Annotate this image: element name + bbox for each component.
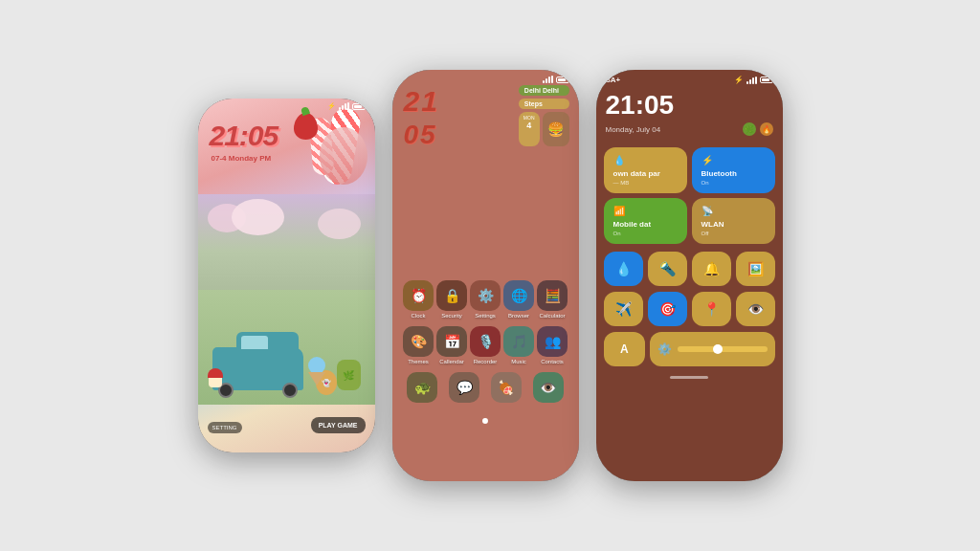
character-green: 🌿 (337, 360, 361, 390)
data-label: own data par (613, 169, 678, 178)
phone1-date: 07-4 Monday PM (212, 154, 272, 163)
brightness-slider[interactable]: ⚙️ (650, 332, 775, 366)
bluetooth-icon: ⚡ (702, 155, 766, 165)
wlan-sub: Off (702, 231, 766, 236)
signal-bars (339, 102, 349, 110)
app-row-2: 🎨 Themes 📅 Callendar 🎙️ Recorder 🎵 (402, 326, 569, 364)
settings-icon: ⚙️ (470, 280, 501, 311)
settings-corner[interactable]: SETTING (208, 422, 242, 433)
phone2-time-hour: 21 (404, 85, 439, 118)
app-clock[interactable]: ⏰ Clock (403, 280, 434, 319)
phone-3: SA+ ⚡ 21:05 (596, 70, 783, 481)
calendar-icon: 📅 (436, 326, 467, 357)
date-icon-1: 🌿 (743, 122, 756, 136)
app-music[interactable]: 🎵 Music (503, 326, 534, 364)
strawberry-decoration (294, 113, 318, 140)
signal-bars-3 (746, 77, 757, 84)
signal-bar-1 (339, 107, 341, 110)
app-grid: ⏰ Clock 🔒 Security ⚙️ Settings 🌐 (402, 280, 569, 405)
bell-btn[interactable]: 🔔 (692, 252, 731, 286)
flashlight-btn[interactable]: 💧 (604, 252, 643, 286)
signal-bar-3 (345, 103, 346, 110)
app-settings[interactable]: ⚙️ Settings (470, 280, 501, 319)
app-calculator[interactable]: 🧮 Calculator (537, 280, 568, 319)
security-label: Security (441, 313, 462, 319)
app-row-1: ⏰ Clock 🔒 Security ⚙️ Settings 🌐 (402, 280, 569, 319)
slider-thumb (713, 344, 723, 354)
calculator-icon: 🧮 (537, 280, 568, 311)
signal-bars-2 (543, 76, 553, 83)
recorder-icon: 🎙️ (470, 326, 501, 357)
torch-btn[interactable]: 🔦 (648, 252, 687, 286)
clock-icon: ⏰ (403, 280, 434, 311)
app-contacts[interactable]: 👥 Contacts (537, 326, 568, 364)
app-themes[interactable]: 🎨 Themes (403, 326, 434, 364)
app-security[interactable]: 🔒 Security (436, 280, 467, 319)
calculator-label: Calculator (539, 313, 565, 319)
date-icon-2: 🔥 (760, 122, 773, 136)
text-size-btn[interactable]: A (604, 332, 646, 366)
recorder-label: Recorder (474, 359, 498, 364)
browser-label: Browser (508, 313, 529, 319)
music-label: Music (511, 359, 526, 364)
navigate-btn[interactable]: 📍 (692, 292, 731, 326)
sb4 (551, 76, 553, 83)
app-extra-1[interactable]: 🐢 (407, 372, 437, 405)
eye-btn[interactable]: 👁️ (736, 292, 775, 326)
app-calendar[interactable]: 📅 Callendar (436, 326, 467, 364)
wlan-label: WLAN (702, 220, 766, 229)
contacts-label: Contacts (541, 359, 564, 364)
contacts-icon: 👥 (537, 326, 568, 357)
wifi-icon: 📡 (702, 206, 766, 216)
bluetooth-label: Bluetooth (702, 169, 766, 178)
gallery-btn[interactable]: 🖼️ (736, 252, 775, 286)
bluetooth-status: On (702, 180, 766, 186)
data-sublabel: — MB (613, 180, 678, 186)
carrier-label: SA+ (606, 76, 621, 84)
home-indicator (670, 376, 708, 379)
phone3-header: SA+ ⚡ (596, 70, 783, 88)
truck-window (241, 336, 268, 349)
app-extra-4[interactable]: 👁️ (533, 372, 564, 405)
mushroom-char (208, 368, 223, 387)
signal-bar-2 (342, 105, 344, 110)
steps-widget: Steps (519, 99, 569, 109)
cloud-3 (318, 209, 361, 239)
data-icon: 💧 (613, 155, 678, 165)
bluetooth-status-icon: ⚡ (734, 76, 744, 84)
phone1-status-icons: ⚡ (327, 102, 366, 110)
phone1-status-bar: ⚡ (198, 99, 375, 112)
ice-cream-char (308, 357, 325, 386)
app-recorder[interactable]: 🎙️ Recorder (470, 326, 501, 364)
sb1 (543, 80, 545, 83)
slider-track[interactable] (678, 346, 768, 352)
mobile-label: Mobile dat (613, 220, 678, 229)
mobile-data-tile[interactable]: 📶 Mobile dat On (604, 198, 687, 244)
bluetooth-icon: ⚡ (327, 102, 336, 110)
location-btn[interactable]: 🎯 (648, 292, 687, 326)
phone2-status-bar (392, 70, 579, 85)
airplane-btn[interactable]: ✈️ (604, 292, 643, 326)
burger-widget: 🍔 (543, 112, 569, 146)
controls-grid: 💧 own data par — MB ⚡ Bluetooth On 📶 Mob… (596, 143, 783, 248)
music-icon: 🎵 (503, 326, 534, 357)
phone3-status-icons: ⚡ (734, 76, 773, 84)
battery-3 (760, 77, 773, 83)
phone2-widgets: Delhi Delhi Steps MON 4 🍔 (519, 85, 569, 146)
phone-1: ⚡ (198, 99, 375, 452)
data-tile[interactable]: 💧 own data par — MB (604, 147, 687, 193)
phone2-time-min: 05 (404, 120, 437, 150)
app-extra-2[interactable]: 💬 (449, 372, 479, 405)
sb3 (548, 77, 550, 83)
bluetooth-tile[interactable]: ⚡ Bluetooth On (692, 147, 775, 193)
mon-widget: MON 4 (519, 112, 540, 146)
app-browser[interactable]: 🌐 Browser (503, 280, 534, 319)
phone3-time: 21:05 (596, 88, 783, 122)
extra3-icon: 🍖 (491, 372, 522, 403)
battery-tip-2 (569, 77, 572, 81)
extra4-icon: 👁️ (533, 372, 564, 403)
wlan-tile[interactable]: 📡 WLAN Off (692, 198, 775, 244)
play-game-button[interactable]: PLAY GAME (311, 417, 366, 433)
gear-icon: ⚙️ (657, 342, 672, 356)
app-extra-3[interactable]: 🍖 (491, 372, 522, 405)
